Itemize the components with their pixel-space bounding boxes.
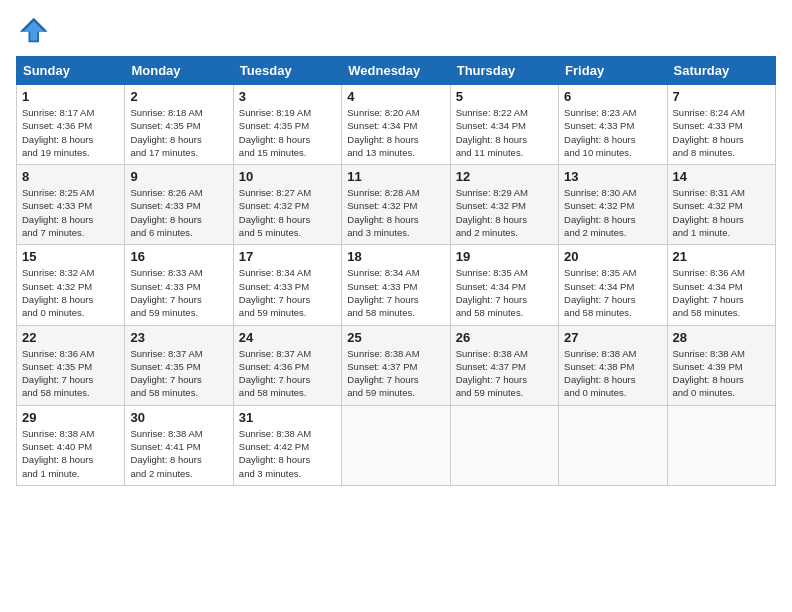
calendar-cell: 21Sunrise: 8:36 AM Sunset: 4:34 PM Dayli… [667, 245, 775, 325]
cell-info: Sunrise: 8:34 AM Sunset: 4:33 PM Dayligh… [239, 266, 336, 319]
cell-info: Sunrise: 8:36 AM Sunset: 4:34 PM Dayligh… [673, 266, 770, 319]
day-number: 26 [456, 330, 553, 345]
day-number: 11 [347, 169, 444, 184]
col-header-friday: Friday [559, 57, 667, 85]
col-header-saturday: Saturday [667, 57, 775, 85]
day-number: 23 [130, 330, 227, 345]
calendar-cell: 23Sunrise: 8:37 AM Sunset: 4:35 PM Dayli… [125, 325, 233, 405]
cell-info: Sunrise: 8:22 AM Sunset: 4:34 PM Dayligh… [456, 106, 553, 159]
calendar-cell: 6Sunrise: 8:23 AM Sunset: 4:33 PM Daylig… [559, 85, 667, 165]
day-number: 10 [239, 169, 336, 184]
calendar-cell: 17Sunrise: 8:34 AM Sunset: 4:33 PM Dayli… [233, 245, 341, 325]
cell-info: Sunrise: 8:38 AM Sunset: 4:38 PM Dayligh… [564, 347, 661, 400]
calendar-cell [559, 405, 667, 485]
calendar-cell: 29Sunrise: 8:38 AM Sunset: 4:40 PM Dayli… [17, 405, 125, 485]
calendar-cell: 9Sunrise: 8:26 AM Sunset: 4:33 PM Daylig… [125, 165, 233, 245]
calendar-cell: 4Sunrise: 8:20 AM Sunset: 4:34 PM Daylig… [342, 85, 450, 165]
cell-info: Sunrise: 8:38 AM Sunset: 4:41 PM Dayligh… [130, 427, 227, 480]
cell-info: Sunrise: 8:26 AM Sunset: 4:33 PM Dayligh… [130, 186, 227, 239]
day-number: 29 [22, 410, 119, 425]
calendar-week-row: 22Sunrise: 8:36 AM Sunset: 4:35 PM Dayli… [17, 325, 776, 405]
col-header-wednesday: Wednesday [342, 57, 450, 85]
day-number: 8 [22, 169, 119, 184]
calendar-cell: 3Sunrise: 8:19 AM Sunset: 4:35 PM Daylig… [233, 85, 341, 165]
calendar-cell: 11Sunrise: 8:28 AM Sunset: 4:32 PM Dayli… [342, 165, 450, 245]
cell-info: Sunrise: 8:27 AM Sunset: 4:32 PM Dayligh… [239, 186, 336, 239]
calendar-cell: 10Sunrise: 8:27 AM Sunset: 4:32 PM Dayli… [233, 165, 341, 245]
calendar-cell [450, 405, 558, 485]
day-number: 31 [239, 410, 336, 425]
day-number: 14 [673, 169, 770, 184]
cell-info: Sunrise: 8:38 AM Sunset: 4:39 PM Dayligh… [673, 347, 770, 400]
calendar-cell: 7Sunrise: 8:24 AM Sunset: 4:33 PM Daylig… [667, 85, 775, 165]
cell-info: Sunrise: 8:34 AM Sunset: 4:33 PM Dayligh… [347, 266, 444, 319]
day-number: 12 [456, 169, 553, 184]
calendar-header-row: SundayMondayTuesdayWednesdayThursdayFrid… [17, 57, 776, 85]
cell-info: Sunrise: 8:35 AM Sunset: 4:34 PM Dayligh… [564, 266, 661, 319]
cell-info: Sunrise: 8:31 AM Sunset: 4:32 PM Dayligh… [673, 186, 770, 239]
col-header-thursday: Thursday [450, 57, 558, 85]
col-header-monday: Monday [125, 57, 233, 85]
calendar-body: 1Sunrise: 8:17 AM Sunset: 4:36 PM Daylig… [17, 85, 776, 486]
calendar-cell: 26Sunrise: 8:38 AM Sunset: 4:37 PM Dayli… [450, 325, 558, 405]
day-number: 15 [22, 249, 119, 264]
calendar-cell: 14Sunrise: 8:31 AM Sunset: 4:32 PM Dayli… [667, 165, 775, 245]
calendar-cell: 25Sunrise: 8:38 AM Sunset: 4:37 PM Dayli… [342, 325, 450, 405]
day-number: 27 [564, 330, 661, 345]
calendar-cell: 8Sunrise: 8:25 AM Sunset: 4:33 PM Daylig… [17, 165, 125, 245]
calendar-week-row: 8Sunrise: 8:25 AM Sunset: 4:33 PM Daylig… [17, 165, 776, 245]
cell-info: Sunrise: 8:37 AM Sunset: 4:36 PM Dayligh… [239, 347, 336, 400]
cell-info: Sunrise: 8:36 AM Sunset: 4:35 PM Dayligh… [22, 347, 119, 400]
calendar-cell: 13Sunrise: 8:30 AM Sunset: 4:32 PM Dayli… [559, 165, 667, 245]
calendar-cell [342, 405, 450, 485]
calendar-week-row: 15Sunrise: 8:32 AM Sunset: 4:32 PM Dayli… [17, 245, 776, 325]
calendar-cell [667, 405, 775, 485]
day-number: 4 [347, 89, 444, 104]
cell-info: Sunrise: 8:33 AM Sunset: 4:33 PM Dayligh… [130, 266, 227, 319]
calendar-cell: 1Sunrise: 8:17 AM Sunset: 4:36 PM Daylig… [17, 85, 125, 165]
col-header-tuesday: Tuesday [233, 57, 341, 85]
calendar-week-row: 1Sunrise: 8:17 AM Sunset: 4:36 PM Daylig… [17, 85, 776, 165]
cell-info: Sunrise: 8:20 AM Sunset: 4:34 PM Dayligh… [347, 106, 444, 159]
day-number: 3 [239, 89, 336, 104]
col-header-sunday: Sunday [17, 57, 125, 85]
calendar-cell: 15Sunrise: 8:32 AM Sunset: 4:32 PM Dayli… [17, 245, 125, 325]
calendar-cell: 30Sunrise: 8:38 AM Sunset: 4:41 PM Dayli… [125, 405, 233, 485]
calendar-cell: 18Sunrise: 8:34 AM Sunset: 4:33 PM Dayli… [342, 245, 450, 325]
day-number: 2 [130, 89, 227, 104]
cell-info: Sunrise: 8:30 AM Sunset: 4:32 PM Dayligh… [564, 186, 661, 239]
day-number: 24 [239, 330, 336, 345]
day-number: 21 [673, 249, 770, 264]
calendar-week-row: 29Sunrise: 8:38 AM Sunset: 4:40 PM Dayli… [17, 405, 776, 485]
calendar-cell: 31Sunrise: 8:38 AM Sunset: 4:42 PM Dayli… [233, 405, 341, 485]
cell-info: Sunrise: 8:19 AM Sunset: 4:35 PM Dayligh… [239, 106, 336, 159]
cell-info: Sunrise: 8:23 AM Sunset: 4:33 PM Dayligh… [564, 106, 661, 159]
calendar-cell: 28Sunrise: 8:38 AM Sunset: 4:39 PM Dayli… [667, 325, 775, 405]
day-number: 6 [564, 89, 661, 104]
calendar-cell: 22Sunrise: 8:36 AM Sunset: 4:35 PM Dayli… [17, 325, 125, 405]
day-number: 5 [456, 89, 553, 104]
calendar-cell: 19Sunrise: 8:35 AM Sunset: 4:34 PM Dayli… [450, 245, 558, 325]
cell-info: Sunrise: 8:28 AM Sunset: 4:32 PM Dayligh… [347, 186, 444, 239]
day-number: 20 [564, 249, 661, 264]
day-number: 30 [130, 410, 227, 425]
calendar-cell: 24Sunrise: 8:37 AM Sunset: 4:36 PM Dayli… [233, 325, 341, 405]
day-number: 28 [673, 330, 770, 345]
calendar-cell: 2Sunrise: 8:18 AM Sunset: 4:35 PM Daylig… [125, 85, 233, 165]
logo [16, 16, 52, 44]
day-number: 25 [347, 330, 444, 345]
cell-info: Sunrise: 8:38 AM Sunset: 4:37 PM Dayligh… [347, 347, 444, 400]
calendar-cell: 5Sunrise: 8:22 AM Sunset: 4:34 PM Daylig… [450, 85, 558, 165]
cell-info: Sunrise: 8:25 AM Sunset: 4:33 PM Dayligh… [22, 186, 119, 239]
cell-info: Sunrise: 8:32 AM Sunset: 4:32 PM Dayligh… [22, 266, 119, 319]
page-header [16, 16, 776, 44]
calendar-cell: 20Sunrise: 8:35 AM Sunset: 4:34 PM Dayli… [559, 245, 667, 325]
day-number: 9 [130, 169, 227, 184]
cell-info: Sunrise: 8:18 AM Sunset: 4:35 PM Dayligh… [130, 106, 227, 159]
calendar-cell: 16Sunrise: 8:33 AM Sunset: 4:33 PM Dayli… [125, 245, 233, 325]
logo-icon [16, 16, 48, 44]
cell-info: Sunrise: 8:29 AM Sunset: 4:32 PM Dayligh… [456, 186, 553, 239]
svg-marker-1 [23, 21, 44, 40]
day-number: 13 [564, 169, 661, 184]
day-number: 16 [130, 249, 227, 264]
